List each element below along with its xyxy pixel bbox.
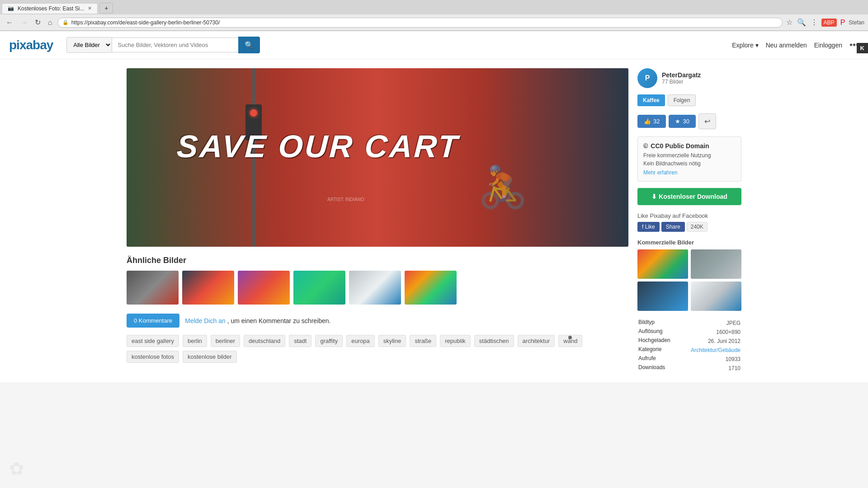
views-value: 10933 (682, 355, 741, 363)
follow-btn[interactable]: Folgen (668, 94, 696, 106)
uploaded-label: Hochgeladen (638, 337, 681, 345)
login-to-comment-link[interactable]: Melde Dich an (185, 317, 226, 324)
license-line1: Freie kommerzielle Nutzung (643, 152, 736, 159)
commercial-image-4[interactable] (691, 282, 741, 311)
tag-item[interactable]: wand (558, 335, 582, 347)
action-buttons: 👍 32 ★ 30 ↩ (637, 113, 741, 129)
like-btn[interactable]: 👍 32 (637, 115, 666, 128)
k-badge[interactable]: K (857, 43, 868, 53)
page: pixabay Alle Bilder 🔍 Explore ▾ Neu anme… (0, 31, 868, 382)
main-image[interactable]: SAVE OUR CART 🚴 ARTIST: INDIANO (127, 68, 628, 247)
user-actions: Kaffee Folgen (637, 94, 741, 106)
license-more-link[interactable]: Mehr erfahren (643, 169, 677, 176)
fb-share-btn[interactable]: Share (661, 222, 685, 232)
commercial-grid (637, 249, 741, 311)
metadata-table: Bildtyp JPEG Auflösung 1600×890 Hochgela… (637, 318, 741, 373)
similar-images-row (127, 271, 628, 305)
tag-item[interactable]: europa (346, 335, 374, 347)
resolution-value: 1600×890 (682, 328, 741, 336)
pinterest-btn[interactable]: P (840, 18, 846, 28)
tag-item[interactable]: kostenlose fotos (127, 351, 179, 363)
share-icon: ↩ (704, 117, 710, 125)
extension-btn[interactable]: 🔍 (796, 17, 807, 28)
cc0-icon: © (643, 142, 648, 150)
share-btn[interactable]: ↩ (698, 113, 716, 129)
similar-image-3[interactable] (238, 271, 290, 305)
tag-item[interactable]: kostenlose bilder (183, 351, 237, 363)
fb-like-btn[interactable]: f Like (637, 222, 660, 232)
fb-icon: f (642, 224, 645, 230)
url-text: https://pixabay.com/de/east-side-gallery… (71, 19, 778, 26)
license-line2: Kein Bildnachweis nötig (643, 160, 736, 167)
tag-item[interactable]: berliner (211, 335, 240, 347)
browser-chrome: 📷 Kostenloses Foto: East Si... ✕ + ← → ↻… (0, 0, 868, 31)
tag-item[interactable]: architektur (518, 335, 555, 347)
tag-item[interactable]: stadt (289, 335, 311, 347)
site-logo[interactable]: pixabay (9, 38, 53, 52)
main-content: SAVE OUR CART 🚴 ARTIST: INDIANO Ähnliche… (118, 59, 750, 382)
active-tab[interactable]: 📷 Kostenloses Foto: East Si... ✕ (2, 3, 98, 14)
new-tab-btn[interactable]: + (99, 3, 113, 14)
metadata-resolution-row: Auflösung 1600×890 (638, 328, 741, 336)
user-details: PeterDargatz 77 Bilder (662, 71, 741, 85)
similar-image-2[interactable] (182, 271, 234, 305)
metadata-views-row: Aufrufe 10933 (638, 355, 741, 363)
download-btn[interactable]: ⬇ Kostenloser Download (637, 188, 741, 205)
search-button[interactable]: 🔍 (238, 37, 260, 53)
user-avatar: P (637, 68, 657, 88)
facebook-section: Like Pixabay auf Facebook f Like Share 2… (637, 212, 741, 232)
user-label: Stefan (849, 19, 864, 26)
commercial-image-3[interactable] (637, 282, 688, 311)
ssl-icon: 🔒 (62, 19, 69, 25)
downloads-value: 1710 (682, 364, 741, 372)
category-link[interactable]: Architektur/Gebäude (691, 347, 741, 353)
similar-image-6[interactable] (405, 271, 457, 305)
explore-btn[interactable]: Explore ▾ (732, 42, 758, 49)
search-type-dropdown[interactable]: Alle Bilder (66, 37, 112, 53)
user-name[interactable]: PeterDargatz (662, 71, 741, 79)
tag-item[interactable]: republik (440, 335, 471, 347)
similar-image-5[interactable] (349, 271, 401, 305)
commercial-section: Kommerzielle Bilder (637, 239, 741, 311)
site-header: pixabay Alle Bilder 🔍 Explore ▾ Neu anme… (0, 31, 868, 59)
tag-item[interactable]: graffity (315, 335, 343, 347)
back-btn[interactable]: ← (4, 18, 15, 28)
tag-item[interactable]: skyline (378, 335, 406, 347)
search-icon: 🔍 (245, 41, 254, 49)
graffiti-text: SAVE OUR CART (176, 129, 460, 164)
left-column: SAVE OUR CART 🚴 ARTIST: INDIANO Ähnliche… (127, 68, 628, 373)
license-name: CC0 Public Domain (651, 142, 709, 150)
tag-item[interactable]: east side gallery (127, 335, 179, 347)
tag-item[interactable]: deutschland (244, 335, 285, 347)
fb-count: 240K (687, 222, 708, 232)
forward-btn[interactable]: → (18, 18, 30, 28)
tag-item[interactable]: berlin (183, 335, 207, 347)
star-btn[interactable]: ★ 30 (669, 115, 695, 128)
commercial-image-2[interactable] (691, 249, 741, 279)
home-btn[interactable]: ⌂ (46, 18, 55, 28)
user-info: P PeterDargatz 77 Bilder (637, 68, 741, 88)
coffee-btn[interactable]: Kaffee (637, 94, 665, 106)
tab-icon: 📷 (8, 5, 14, 11)
tab-close-btn[interactable]: ✕ (88, 5, 92, 11)
search-input[interactable] (112, 38, 238, 52)
views-label: Aufrufe (638, 355, 681, 363)
reload-btn[interactable]: ↻ (33, 17, 43, 28)
similar-image-4[interactable] (293, 271, 345, 305)
like-count: 32 (653, 118, 660, 125)
license-section: © CC0 Public Domain Freie kommerzielle N… (637, 136, 741, 182)
signup-link[interactable]: Neu anmelden (766, 42, 807, 49)
tag-item[interactable]: städtischen (474, 335, 514, 347)
login-link[interactable]: Einloggen (814, 42, 842, 49)
tag-item[interactable]: straße (410, 335, 436, 347)
bookmark-btn[interactable]: ☆ (785, 17, 793, 28)
comment-count-btn[interactable]: 0 Kommentare (127, 314, 179, 328)
commercial-image-1[interactable] (637, 249, 688, 279)
fb-title: Like Pixabay auf Facebook (637, 212, 741, 219)
similar-image-1[interactable] (127, 271, 179, 305)
address-bar[interactable]: 🔒 https://pixabay.com/de/east-side-galle… (57, 18, 783, 28)
metadata-type-row: Bildtyp JPEG (638, 319, 741, 327)
license-title: © CC0 Public Domain (643, 142, 736, 150)
menu-btn[interactable]: ⋮ (810, 17, 819, 28)
browser-nav: ← → ↻ ⌂ 🔒 https://pixabay.com/de/east-si… (0, 14, 868, 31)
